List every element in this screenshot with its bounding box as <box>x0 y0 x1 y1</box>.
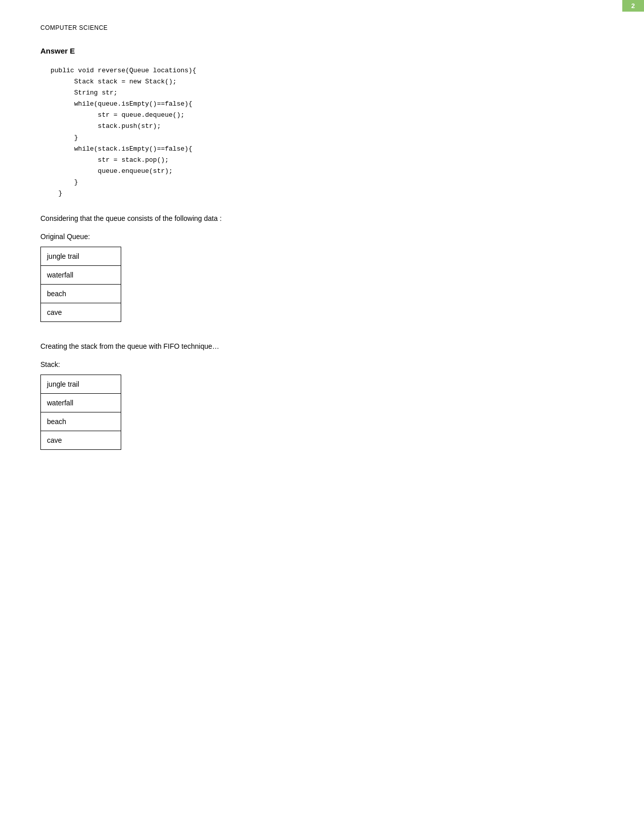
answer-heading: Answer E <box>40 47 604 55</box>
list-item: cave <box>41 303 121 322</box>
subject-label: COMPUTER SCIENCE <box>40 24 604 31</box>
list-item: jungle trail <box>41 375 121 394</box>
code-line-6: stack.push(str); <box>51 121 604 132</box>
original-queue-table: jungle trailwaterfallbeachcave <box>40 247 121 322</box>
stack-section: Stack: jungle trailwaterfallbeachcave <box>40 360 604 450</box>
code-line-2: Stack stack = new Stack(); <box>51 76 604 87</box>
page-container: 2 COMPUTER SCIENCE Answer E public void … <box>0 0 644 834</box>
prose-text-1: Considering that the queue consists of t… <box>40 214 604 222</box>
code-line-10: queue.enqueue(str); <box>51 166 604 177</box>
code-line-7: } <box>51 132 604 144</box>
code-line-9: str = stack.pop(); <box>51 155 604 166</box>
original-queue-label: Original Queue: <box>40 233 604 241</box>
page-number-badge: 2 <box>622 0 644 12</box>
code-line-1: public void reverse(Queue locations){ <box>51 65 604 76</box>
list-item: jungle trail <box>41 247 121 266</box>
list-item: waterfall <box>41 394 121 412</box>
list-item: beach <box>41 412 121 431</box>
stack-table: jungle trailwaterfallbeachcave <box>40 375 121 450</box>
code-line-8: while(stack.isEmpty()==false){ <box>51 144 604 155</box>
prose-text-2: Creating the stack from the queue with F… <box>40 342 604 350</box>
list-item: waterfall <box>41 266 121 285</box>
code-line-4: while(queue.isEmpty()==false){ <box>51 99 604 110</box>
code-line-3: String str; <box>51 87 604 99</box>
code-line-11: } <box>51 177 604 188</box>
stack-label: Stack: <box>40 360 604 368</box>
list-item: cave <box>41 431 121 450</box>
list-item: beach <box>41 285 121 303</box>
code-line-5: str = queue.dequeue(); <box>51 110 604 121</box>
code-line-12: } <box>51 188 604 199</box>
code-block: public void reverse(Queue locations){ St… <box>40 65 604 199</box>
